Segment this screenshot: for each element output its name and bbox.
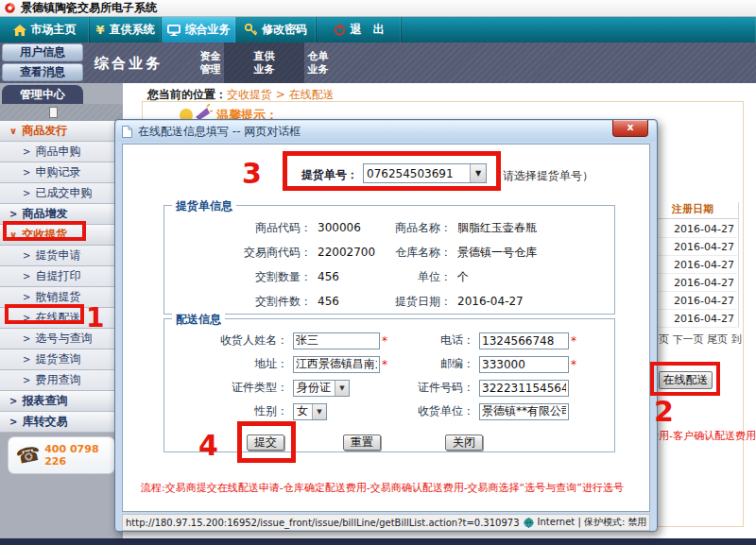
bill-info-grid: 商品代码： 300006 商品名称： 胭脂红玉壶春瓶 交易商代码： 220027… [164,206,614,314]
gender-select[interactable]: 女▼ [293,403,327,420]
nav-change-password[interactable]: 修改密码 [236,17,317,43]
recipient-name-input[interactable] [293,332,380,349]
field-label: 电话： [397,332,474,349]
user-info-button[interactable]: 用户信息 [2,43,83,61]
window-titlebar: 景德镇陶瓷交易所电子系统 [0,0,756,17]
chevron-right-icon: > [23,375,30,385]
nav-market-home[interactable]: 市场主页 [0,17,90,43]
sidebar-item-delivery-apply[interactable]: >提货申请 [0,246,123,266]
sidebar-item-cancel-delivery[interactable]: >散销提货 [0,287,123,308]
breadcrumb-label: 您当前的位置： [147,88,227,101]
sidebar-item-product-subscribe[interactable]: >商品申购 [0,142,123,162]
chevron-right-icon: > [23,167,30,178]
field-label: 交割数量： [170,269,312,285]
field-label: 收货单位： [397,403,474,419]
sidebar-item-subscribe-records[interactable]: >申购记录 [0,162,123,183]
sidebar-item-report-query[interactable]: >报表查询 [0,391,123,412]
chevron-down-icon[interactable]: ▼ [470,164,486,182]
sidebar-item-closed-subscriptions[interactable]: >已成交申购 [0,183,123,204]
subnav-item-warehouse-receipt[interactable]: 仓单业务 [278,43,358,83]
home-icon [13,25,26,36]
table-row: 2016-04-27 [648,220,737,238]
chevron-right-icon: > [23,313,30,323]
recipient-company-input[interactable] [479,403,569,420]
sidebar-item-warehouse-transfer[interactable]: >库转交易 [0,412,123,433]
sidebar-menu: ∨商品发行 >商品申购 >申购记录 >已成交申购 >商品增发 ∨交收提货 >提货… [0,121,123,433]
field-label: 交易商代码： [170,245,312,261]
postcode-input[interactable] [479,356,569,373]
sidebar-item-self-pickup-print[interactable]: >自提打印 [0,266,123,287]
reset-button[interactable]: 重置 [343,434,381,451]
exchange-logo-icon [4,2,16,14]
nav-direct-supply[interactable]: ¥ 直供系统 [90,17,162,43]
sidebar-item-delivery-query[interactable]: >提货查询 [0,349,123,370]
dialog-titlebar: 在线配送信息填写 -- 网页对话框 [116,121,656,142]
chevron-right-icon: > [23,271,30,281]
id-number-input[interactable] [479,380,569,397]
id-type-select[interactable]: 身份证▼ [293,380,350,397]
submit-button[interactable]: 提交 [247,434,284,451]
nav-logout[interactable]: 退 出 [317,17,402,43]
table-row: 2016-04-27 [648,238,737,256]
pagination-links[interactable]: 一页 下一页 尾页 到 [648,332,742,347]
table-row: 2016-04-27 [648,292,737,310]
address-input[interactable] [293,356,380,373]
main-nav: 市场主页 ¥ 直供系统 综合业务 修改密码 [0,17,756,43]
table-row: 2016-04-27 [648,256,737,274]
field-value: 个 [452,269,614,285]
nav-spacer [402,17,756,43]
dialog-statusbar: http://180.97.15.200:16952/issue_front/i… [122,514,650,531]
bill-number-combobox[interactable]: 076254503691 ▼ [363,163,487,183]
chevron-right-icon: > [23,333,30,344]
required-mark: * [382,358,387,371]
sub-nav: 用户信息 查看消息 综合业务 资金管理 直供业务 仓单业务 [0,43,756,83]
close-icon[interactable]: x [612,120,648,137]
monitor-icon [167,25,180,36]
globe-icon [524,518,534,528]
field-value: 景德镇一号仓库 [452,245,614,261]
table-header-register-date: 注册日期 [648,202,737,216]
bill-number-value: 076254503691 [364,167,470,180]
delivery-info-grid: 收货人姓名： * 电话： * 地址： * 邮编： * 证件类型： 身份证▼ 证件… [164,319,614,423]
annotation-number-2: 2 [654,395,674,428]
annotation-number-3: 3 [242,157,262,190]
table-column-divider [738,202,739,328]
required-mark: * [571,334,576,348]
field-value: 300006 [312,221,384,234]
chevron-down-icon: ∨ [9,126,17,136]
breadcrumb-path[interactable]: 交收提货 > 在线配送 [227,88,335,101]
chevron-right-icon: > [23,188,30,198]
required-mark: * [571,358,576,371]
sidebar-item-product-issue[interactable]: ∨商品发行 [0,121,123,142]
sidebar-item-number-select-query[interactable]: >选号与查询 [0,329,123,349]
power-icon [334,24,346,36]
field-value: 456 [312,295,384,308]
phone-icon: ☎ [14,442,43,469]
delivery-info-legend: 配送信息 [172,312,225,328]
chevron-right-icon: > [9,396,17,406]
chevron-right-icon: > [23,292,30,302]
view-messages-button[interactable]: 查看消息 [2,63,83,81]
bill-number-label: 提货单号： [301,167,358,183]
yen-icon: ¥ [95,23,104,37]
chevron-down-icon: ▼ [312,404,326,419]
online-delivery-button[interactable]: 在线配送 [659,371,713,389]
nav-label: 综合业务 [185,22,231,38]
close-button[interactable]: 关闭 [445,434,483,451]
chevron-right-icon: > [23,250,30,261]
field-value: 22002700 [312,246,384,259]
sidebar-item-fee-query[interactable]: >费用查询 [0,370,123,391]
field-label: 证件类型： [170,380,288,396]
sidebar: 管理中心 ∨商品发行 >商品申购 >申购记录 >已成交申购 >商品增发 ∨交收提… [0,83,123,538]
field-value: 胭脂红玉壶春瓶 [452,220,614,236]
nav-comprehensive-business[interactable]: 综合业务 [162,17,236,43]
field-value: 2016-04-27 [452,295,614,308]
phone-input[interactable] [479,332,569,349]
tab-management-center[interactable]: 管理中心 [2,85,83,104]
flow-instructions: 流程:交易商提交在线配送申请-仓库确定配送费用-交易商确认配送费用-交易商选择“… [125,481,640,495]
sidebar-item-additional-issue[interactable]: >商品增发 [0,204,123,225]
sidebar-item-delivery[interactable]: ∨交收提货 [0,225,123,246]
field-label: 提货日期： [384,294,452,310]
sidebar-item-online-delivery[interactable]: >在线配送 [0,308,123,329]
bill-info-legend: 提货单信息 [172,198,236,214]
